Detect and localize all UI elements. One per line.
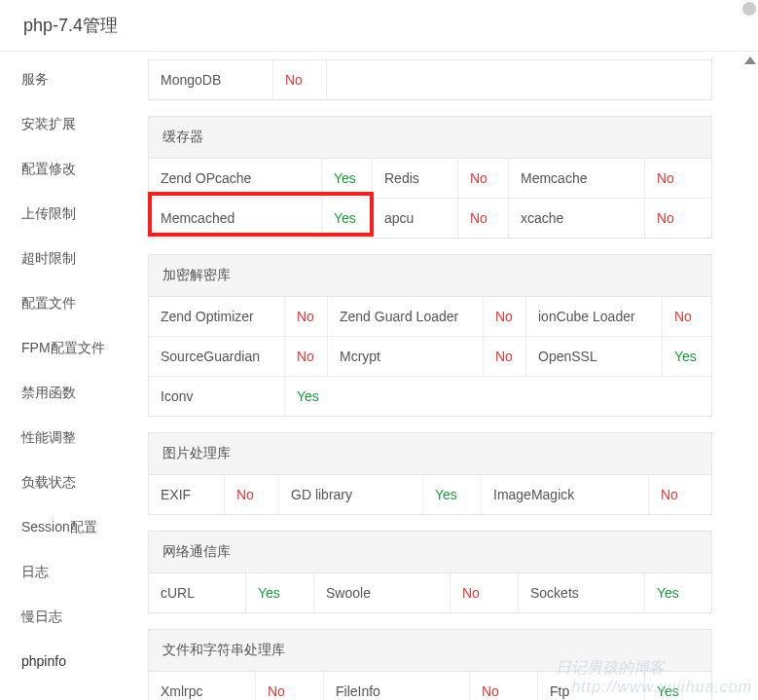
cell-status: Yes (285, 377, 711, 416)
cell-status: No (645, 199, 711, 238)
sidebar-item-config-edit[interactable]: 配置修改 (0, 147, 136, 192)
cell-status: No (649, 475, 711, 514)
cell-status: No (645, 159, 711, 198)
table-row: EXIF No GD library Yes ImageMagick No (149, 475, 711, 514)
cell-name: Memcache (509, 159, 645, 198)
cell-name: cURL (149, 573, 246, 612)
sidebar-item-config-file[interactable]: 配置文件 (0, 281, 136, 326)
group-header: 加密解密库 (149, 255, 711, 297)
cell-empty (327, 60, 711, 99)
group-image: 图片处理库 EXIF No GD library Yes ImageMagick… (148, 432, 712, 515)
sidebar-item-install-ext[interactable]: 安装扩展 (0, 102, 136, 147)
sidebar-item-slowlog[interactable]: 慢日志 (0, 595, 136, 640)
cell-name: Zend Guard Loader (328, 297, 484, 336)
cell-name: Redis (373, 159, 458, 198)
watermark-url: http://www.xujihua.com (571, 679, 752, 696)
cell-status: Yes (322, 199, 373, 238)
group-cache: 缓存器 Zend OPcache Yes Redis No Memcache N… (148, 116, 712, 239)
sidebar-item-log[interactable]: 日志 (0, 550, 136, 595)
cell-status: Yes (645, 573, 711, 612)
cell-status: No (484, 337, 526, 376)
group-header: 图片处理库 (149, 433, 711, 475)
cell-status: No (256, 672, 324, 700)
cell-name: Xmlrpc (149, 672, 256, 700)
cell-status: No (451, 573, 519, 612)
sidebar: 服务 安装扩展 配置修改 上传限制 超时限制 配置文件 FPM配置文件 禁用函数… (0, 52, 136, 700)
cell-status: Yes (423, 475, 482, 514)
cell-name: Zend Optimizer (149, 297, 285, 336)
cell-name: ImageMagick (482, 475, 649, 514)
cell-name: FileInfo (324, 672, 470, 700)
watermark-text: 日记男孩的博客 (556, 658, 665, 679)
cell-name: Zend OPcache (149, 159, 322, 198)
sidebar-item-upload-limit[interactable]: 上传限制 (0, 192, 136, 237)
cell-name: OpenSSL (526, 337, 663, 376)
cell-name: Sockets (519, 573, 645, 612)
cell-name: apcu (373, 199, 458, 238)
group-network: 网络通信库 cURL Yes Swoole No Sockets Yes (148, 531, 712, 613)
cell-name: xcache (509, 199, 645, 238)
group-partial: MongoDB No (148, 59, 712, 100)
cell-name: Iconv (149, 377, 285, 416)
sidebar-item-fpm-config[interactable]: FPM配置文件 (0, 326, 136, 371)
group-crypto: 加密解密库 Zend Optimizer No Zend Guard Loade… (148, 254, 712, 417)
cell-name: Swoole (314, 573, 451, 612)
scroll-up-icon[interactable] (744, 56, 756, 64)
sidebar-item-load[interactable]: 负载状态 (0, 461, 136, 505)
cell-status: Yes (663, 337, 711, 376)
cell-status: No (285, 337, 328, 376)
sidebar-item-disable-func[interactable]: 禁用函数 (0, 371, 136, 416)
cell-status: No (484, 297, 526, 336)
cell-status: No (285, 297, 328, 336)
table-row: SourceGuardian No Mcrypt No OpenSSL Yes (149, 336, 711, 376)
table-row: Iconv Yes (149, 376, 711, 416)
page-title: php-7.4管理 (0, 0, 758, 52)
cell-status: Yes (246, 573, 314, 612)
cell-name: ionCube Loader (526, 297, 663, 336)
sidebar-item-service[interactable]: 服务 (0, 57, 136, 102)
main-panel: MongoDB No 缓存器 Zend OPcache Yes Redis No… (136, 52, 758, 700)
table-row: Zend OPcache Yes Redis No Memcache No (149, 159, 711, 198)
table-row: cURL Yes Swoole No Sockets Yes (149, 573, 711, 612)
cell-status: No (458, 159, 509, 198)
cell-name: EXIF (149, 475, 225, 514)
cell-status: Yes (322, 159, 373, 198)
cell-name: MongoDB (149, 60, 273, 99)
cell-status: No (273, 60, 327, 99)
cell-status: No (663, 297, 711, 336)
cell-name: GD library (279, 475, 423, 514)
group-header: 网络通信库 (149, 532, 711, 573)
close-icon[interactable] (740, 0, 758, 18)
sidebar-item-phpinfo[interactable]: phpinfo (0, 640, 136, 682)
table-row: Zend Optimizer No Zend Guard Loader No i… (149, 297, 711, 336)
sidebar-item-session[interactable]: Session配置 (0, 505, 136, 550)
table-row: Memcached Yes apcu No xcache No (149, 198, 711, 238)
table-row: MongoDB No (149, 60, 711, 99)
cell-status: No (458, 199, 509, 238)
cell-name: Memcached (149, 199, 322, 238)
sidebar-item-perf[interactable]: 性能调整 (0, 416, 136, 461)
cell-name: SourceGuardian (149, 337, 285, 376)
group-header: 缓存器 (149, 117, 711, 159)
cell-name: Mcrypt (328, 337, 484, 376)
cell-status: No (470, 672, 538, 700)
cell-status: No (225, 475, 279, 514)
sidebar-item-timeout-limit[interactable]: 超时限制 (0, 237, 136, 281)
